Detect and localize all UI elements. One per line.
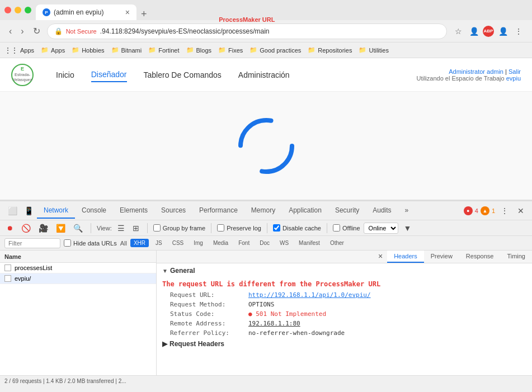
filter-bar: Hide data URLs All XHR JS CSS Img Media … (0, 236, 532, 251)
doc-filter[interactable]: Doc (256, 239, 273, 247)
bookmark-good-practices[interactable]: 📁 Good practices (249, 46, 301, 54)
devtools-tab-performance[interactable]: Performance (192, 203, 244, 219)
workspace-link[interactable]: evpiu (506, 75, 521, 82)
url-text: .94.118:8294/sysevpiu/es-ES/neoclassic/p… (100, 27, 440, 35)
devtools-tab-console[interactable]: Console (75, 203, 113, 219)
account-icon[interactable]: 👤 (467, 25, 481, 38)
devtools-tab-application[interactable]: Application (282, 203, 328, 219)
devtools-tab-more[interactable]: » (398, 203, 416, 219)
item-name-processeslist: processesList (15, 265, 52, 271)
bookmark-utilities[interactable]: 📁 Utilities (359, 46, 388, 54)
search-button[interactable]: 🔍 (71, 223, 85, 234)
filter-input[interactable] (4, 238, 60, 248)
nav-administracion[interactable]: Administración (238, 68, 290, 82)
bookmark-repositories[interactable]: 📁 Repositories (308, 46, 352, 54)
devtools-actions: ● 4 ▲ 1 ⋮ ✕ (464, 204, 528, 218)
all-filter[interactable]: All (120, 240, 127, 247)
details-tab-response[interactable]: Response (459, 251, 501, 263)
menu-icon[interactable]: ⋮ (512, 25, 525, 38)
admin-link[interactable]: Administrator admin (449, 68, 503, 75)
hide-data-urls-check[interactable]: Hide data URLs (64, 239, 117, 247)
forward-button[interactable]: › (18, 24, 26, 39)
general-section-header[interactable]: General (157, 263, 532, 278)
bookmark-fortinet[interactable]: 📁 Fortinet (148, 46, 179, 54)
logo: EEstrada-Velasquez (11, 64, 34, 86)
font-filter[interactable]: Font (235, 239, 253, 247)
bookmark-blogs[interactable]: 📁 Blogs (186, 46, 212, 54)
back-button[interactable]: ‹ (7, 24, 14, 39)
traffic-lights (4, 7, 31, 13)
devtools-tab-sources[interactable]: Sources (154, 203, 192, 219)
js-filter[interactable]: JS (152, 239, 166, 247)
item-checkbox-evpiu[interactable] (4, 275, 11, 282)
details-tab-timing[interactable]: Timing (500, 251, 532, 263)
nav-disenador[interactable]: Diseñador (91, 68, 127, 82)
network-item-evpiu[interactable]: evpiu/ (0, 273, 156, 284)
new-tab-button[interactable]: + (136, 8, 152, 20)
view-list-icon[interactable]: ☰ (115, 223, 127, 234)
salir-link[interactable]: Salir (509, 68, 521, 75)
record-button[interactable]: ⏺ (4, 223, 16, 233)
throttle-select[interactable]: Online (364, 223, 398, 234)
hide-data-urls-checkbox[interactable] (64, 239, 71, 247)
avatar-icon[interactable]: 👤 (496, 25, 510, 38)
item-checkbox-processeslist[interactable] (4, 265, 11, 271)
bookmark-icon[interactable]: ☆ (451, 25, 465, 38)
devtools-close-icon[interactable]: ✕ (514, 204, 528, 218)
reload-button[interactable]: ↻ (31, 23, 43, 39)
bookmark-apps-folder[interactable]: 📁 Apps (41, 46, 65, 54)
devtools-tab-elements[interactable]: Elements (113, 203, 154, 219)
preserve-log-checkbox[interactable] (217, 224, 224, 232)
css-filter[interactable]: CSS (169, 239, 187, 247)
offline-checkbox[interactable] (333, 224, 340, 232)
address-input[interactable]: ProcessMaker URL 🔒 Not Secure .94.118:82… (47, 23, 447, 39)
request-url-value[interactable]: http://192.168.1.1/api/1.0/evpiu/ (248, 291, 371, 299)
devtools-tab-security[interactable]: Security (328, 203, 366, 219)
img-filter[interactable]: Img (190, 239, 206, 247)
item-name-evpiu: evpiu/ (15, 275, 31, 282)
minimize-button[interactable] (15, 7, 21, 13)
clear-button[interactable]: 🎥 (36, 223, 50, 234)
disable-cache-checkbox[interactable] (273, 224, 280, 232)
group-by-frame-checkbox[interactable] (153, 224, 161, 232)
adblocker-icon[interactable]: ABP (483, 26, 494, 37)
stop-button[interactable]: 🚫 (19, 223, 33, 234)
request-headers-label: Request Headers (170, 340, 224, 348)
tab-title: (admin en evpiu) (54, 8, 103, 16)
bookmark-apps-grid[interactable]: ⋮⋮ Apps (4, 46, 34, 54)
network-item-processeslist[interactable]: processesList (0, 263, 156, 273)
nav-inicio[interactable]: Inicio (56, 68, 74, 82)
manifest-filter[interactable]: Manifest (295, 239, 323, 247)
bookmark-bitnami[interactable]: 📁 Bitnami (111, 46, 142, 54)
preserve-log-check[interactable]: Preserve log (217, 224, 261, 232)
throttle-dropdown-icon[interactable]: ▼ (402, 223, 414, 234)
details-tab-preview[interactable]: Preview (424, 251, 459, 263)
devtools-device-icon[interactable]: 📱 (21, 204, 37, 218)
offline-check[interactable]: Offline (333, 224, 360, 232)
devtools-more-icon[interactable]: ⋮ (497, 204, 512, 218)
bookmarks-bar: ⋮⋮ Apps 📁 Apps 📁 Hobbies 📁 Bitnami 📁 For… (0, 42, 532, 58)
bookmark-hobbies[interactable]: 📁 Hobbies (72, 46, 104, 54)
devtools-tab-network[interactable]: Network (37, 203, 75, 219)
bookmark-fixes[interactable]: 📁 Fixes (218, 46, 243, 54)
view-grid-icon[interactable]: ⊞ (130, 223, 142, 234)
tab-close-button[interactable]: × (125, 8, 130, 17)
devtools-tab-memory[interactable]: Memory (244, 203, 282, 219)
filter-button[interactable]: 🔽 (54, 223, 68, 234)
details-tab-headers[interactable]: Headers (387, 251, 424, 263)
xhr-filter[interactable]: XHR (130, 239, 149, 247)
request-headers-section[interactable]: ▶ Request Headers (157, 338, 532, 350)
devtools-inspect-icon[interactable]: ⬜ (4, 204, 21, 218)
active-tab[interactable]: P (admin en evpiu) × (36, 4, 136, 20)
ws-filter[interactable]: WS (276, 239, 292, 247)
group-by-frame-check[interactable]: Group by frame (153, 224, 205, 232)
other-filter[interactable]: Other (327, 239, 347, 247)
media-filter[interactable]: Media (210, 239, 232, 247)
nav-tablero[interactable]: Tablero De Comandos (144, 68, 222, 82)
disable-cache-check[interactable]: Disable cache (273, 224, 321, 232)
toolbar-separator-5 (327, 223, 327, 233)
details-close-button[interactable]: × (374, 251, 387, 263)
close-button[interactable] (4, 7, 11, 13)
devtools-tab-audits[interactable]: Audits (366, 203, 398, 219)
maximize-button[interactable] (25, 7, 31, 13)
